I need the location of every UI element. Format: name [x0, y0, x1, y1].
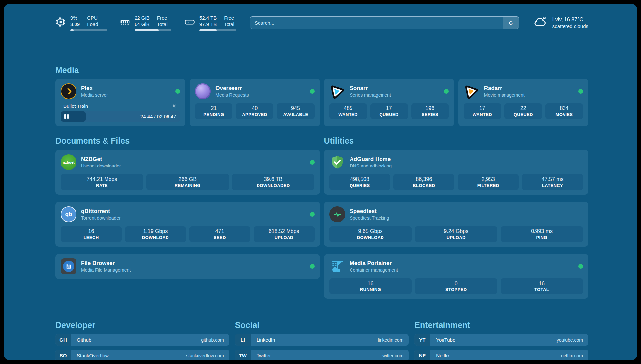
radarr-icon: [464, 83, 479, 99]
overseerr-card[interactable]: Overseerr Media Requests 21 PENDING 40 A…: [190, 79, 320, 126]
disk-total-value: 97.9 TB: [199, 21, 217, 27]
cpu-stat: 9% 3.09 CPU Load: [55, 15, 107, 31]
overseerr-desc: Media Requests: [215, 92, 305, 98]
playback-progress-bar[interactable]: 24:44 / 02:06:47: [61, 111, 180, 122]
link-twitter[interactable]: TW Twitter twitter.com: [235, 350, 409, 360]
stat-tile-series: 196 SERIES: [411, 103, 449, 119]
ram-free-value: 22 GiB: [135, 15, 150, 21]
link-linkedin[interactable]: LI LinkedIn linkedin.com: [235, 334, 409, 346]
filebrowser-desc: Media File Management: [81, 267, 305, 273]
cpu-usage-value: 9%: [70, 15, 80, 21]
link-stackoverflow[interactable]: SO StackOverflow stackoverflow.com: [55, 350, 229, 360]
filebrowser-card[interactable]: File Browser Media File Management: [55, 254, 320, 279]
nzbget-name: NZBGet: [81, 156, 305, 163]
sonarr-status-dot: [444, 89, 449, 94]
section-developer: Developer GH Github github.com SO StackO…: [55, 320, 229, 360]
radarr-status-dot: [578, 89, 583, 94]
stat-tile-running: 16 RUNNING: [329, 278, 412, 294]
disk-total-label: Total: [224, 21, 234, 27]
section-social: Social LI LinkedIn linkedin.com TW Twitt…: [235, 320, 409, 360]
link-youtube[interactable]: YT YouTube youtube.com: [414, 334, 588, 346]
qbittorrent-card[interactable]: qb qBittorrent Torrent downloader 16: [55, 202, 320, 247]
stat-tile-downloaded: 39.6 TB DOWNLOADED: [232, 174, 315, 190]
stat-tile-ping: 0.993 ms PING: [501, 226, 583, 242]
speedtest-card[interactable]: Speedtest Speedtest Tracking 9.65 Gbps D…: [324, 202, 589, 247]
sonarr-card[interactable]: Sonarr Series management 485 WANTED 17 Q…: [324, 79, 454, 126]
cpu-label: CPU: [87, 15, 98, 21]
stat-tile-queued: 22 QUEUED: [504, 103, 542, 119]
search-engine-button[interactable]: G: [503, 17, 519, 29]
documents-section-title: Documents & Files: [55, 136, 320, 146]
filebrowser-status-dot: [310, 264, 315, 269]
speedtest-icon: [329, 206, 345, 222]
section-media: Media Plex Media server: [55, 65, 588, 126]
media-section-title: Media: [55, 65, 588, 75]
stat-tile-rate: 744.21 Mbps RATE: [61, 174, 143, 190]
nzbget-icon: nzbget: [61, 154, 76, 170]
adguard-desc: DNS and adblocking: [350, 163, 583, 169]
ram-meter: [135, 29, 171, 31]
speedtest-desc: Speedtest Tracking: [350, 215, 583, 221]
overseerr-icon: [195, 83, 211, 99]
ram-total-value: 64 GiB: [135, 21, 150, 27]
stat-tile-pending: 21 PENDING: [195, 103, 232, 119]
stat-tile-remaining: 266 GB REMAINING: [146, 174, 229, 190]
filebrowser-name: File Browser: [81, 260, 305, 267]
qbittorrent-desc: Torrent downloader: [81, 215, 305, 221]
social-section-title: Social: [235, 320, 409, 330]
plex-card[interactable]: Plex Media server Bullet Train: [55, 79, 185, 126]
section-documents: Documents & Files nzbget NZBGet Usenet d…: [55, 136, 320, 279]
plex-icon: [61, 83, 76, 99]
nzbget-card[interactable]: nzbget NZBGet Usenet downloader 744.21 M…: [55, 150, 320, 195]
cloud-icon: [533, 15, 548, 31]
adguard-name: AdGuard Home: [350, 156, 583, 163]
stat-tile-upload: 9.24 Gbps UPLOAD: [415, 226, 497, 242]
nzbget-status-dot: [310, 160, 315, 165]
cpu-icon: [55, 17, 66, 29]
link-netflix[interactable]: NF Netflix netflix.com: [414, 350, 588, 360]
stat-tile-filtered: 2,953 FILTERED: [458, 174, 519, 190]
disk-meter: [199, 29, 236, 31]
stat-tile-stopped: 0 STOPPED: [415, 278, 497, 294]
player-settings-icon[interactable]: [171, 103, 177, 109]
stat-tile-queued: 17 QUEUED: [370, 103, 408, 119]
weather-widget: Lviv, 16.87°C scattered clouds: [533, 15, 588, 31]
stat-tile-leech: 16 LEECH: [61, 226, 122, 242]
developer-section-title: Developer: [55, 320, 229, 330]
stat-tile-seed: 471 SEED: [189, 226, 250, 242]
weather-condition: scattered clouds: [552, 23, 588, 30]
cpu-meter: [70, 29, 107, 31]
stat-tile-queries: 498,508 QUERIES: [329, 174, 390, 190]
dashboard-canvas: 9% 3.09 CPU Load: [4, 4, 637, 360]
stat-tile-download: 1.19 Gbps DOWNLOAD: [125, 226, 186, 242]
stat-tile-wanted: 485 WANTED: [329, 103, 367, 119]
portainer-icon: [329, 258, 345, 274]
stat-tile-latency: 47.57 ms LATENCY: [522, 174, 583, 190]
adguard-card[interactable]: AdGuard Home DNS and adblocking 498,508 …: [324, 150, 589, 195]
now-playing-title: Bullet Train: [63, 103, 88, 109]
ram-total-label: Total: [157, 21, 168, 27]
pause-button[interactable]: [64, 114, 69, 119]
stat-tile-total: 16 TOTAL: [501, 278, 583, 294]
cpu-load-label: Load: [87, 21, 98, 27]
system-stats: 9% 3.09 CPU Load: [55, 15, 236, 31]
radarr-card[interactable]: Radarr Movie management 17 WANTED 22 QUE…: [458, 79, 588, 126]
ram-stat: 22 GiB 64 GiB Free Total: [120, 15, 171, 31]
nzbget-desc: Usenet downloader: [81, 163, 305, 169]
radarr-desc: Movie management: [484, 92, 574, 98]
section-entertainment: Entertainment YT YouTube youtube.com NF …: [414, 320, 588, 360]
overseerr-status-dot: [310, 89, 315, 94]
search-bar: G: [250, 16, 519, 29]
link-github[interactable]: GH Github github.com: [55, 334, 229, 346]
stat-tile-blocked: 86,396 BLOCKED: [393, 174, 454, 190]
stat-tile-movies: 834 MOVIES: [545, 103, 583, 119]
portainer-card[interactable]: Media Portainer Container management 16 …: [324, 254, 589, 299]
ram-free-label: Free: [157, 15, 168, 21]
top-bar: 9% 3.09 CPU Load: [55, 13, 588, 33]
sonarr-icon: [329, 83, 345, 99]
disk-icon: [184, 16, 195, 29]
playback-time: 24:44 / 02:06:47: [140, 111, 176, 122]
weather-location-temp: Lviv, 16.87°C: [552, 16, 588, 23]
qbittorrent-status-dot: [310, 212, 315, 217]
search-input[interactable]: [250, 17, 503, 29]
